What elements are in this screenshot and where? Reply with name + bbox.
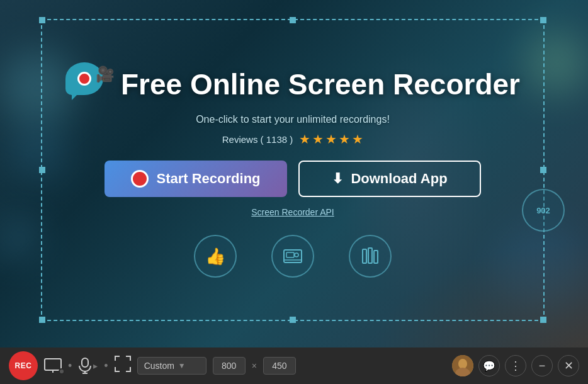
logo-area: 🎥 Free Online Screen Recorder [65, 62, 520, 106]
features-row: 👍 [194, 235, 392, 278]
avatar-image [452, 355, 473, 376]
reviews-row: Reviews ( 1138 ) ★ ★ ★ ★ ★ [222, 132, 364, 147]
start-recording-button[interactable]: Start Recording [105, 161, 287, 197]
separator-dot-2: • [104, 359, 108, 373]
fullscreen-button[interactable] [115, 356, 131, 376]
screen-dropdown-dot [59, 368, 65, 375]
expand-icon [115, 356, 131, 372]
star-rating: ★ ★ ★ ★ ★ [299, 132, 363, 147]
times-symbol: × [252, 361, 257, 371]
partial-number: 902 [536, 206, 550, 215]
chat-button[interactable]: 💬 [478, 355, 500, 376]
recorder-content: 🎥 Free Online Screen Recorder One-click … [42, 20, 543, 320]
svg-point-2 [295, 253, 298, 257]
mic-arrow: ▸ [93, 361, 98, 371]
width-input[interactable] [213, 357, 246, 375]
svg-rect-6 [374, 251, 378, 263]
app-title: Free Online Screen Recorder [121, 70, 520, 99]
bokeh-3 [0, 220, 38, 258]
record-dot-logo [77, 72, 91, 86]
star-4: ★ [339, 132, 350, 147]
screenshot-icon [271, 235, 314, 278]
reviews-label: Reviews ( 1138 ) [222, 134, 293, 145]
close-button[interactable]: ✕ [558, 355, 579, 376]
dropdown-label: Custom [144, 361, 174, 371]
separator-dot-1: • [68, 359, 72, 373]
svg-rect-7 [45, 359, 61, 370]
download-app-button[interactable]: ⬇ Download App [298, 161, 481, 197]
mic-icon [78, 358, 92, 374]
height-input[interactable] [263, 357, 296, 375]
start-recording-label: Start Recording [156, 171, 260, 187]
download-icon: ⬇ [332, 171, 343, 187]
minimize-icon: − [539, 359, 546, 373]
thumbs-up-icon: 👍 [194, 235, 237, 278]
rec-label: REC [15, 361, 32, 370]
more-options-button[interactable]: ⋮ [505, 355, 526, 376]
more-options-icon: ⋮ [510, 359, 522, 373]
partial-circle: 902 [522, 189, 565, 232]
subtitle: One-click to start your unlimited record… [196, 114, 390, 125]
record-icon [131, 170, 149, 188]
mic-select-area[interactable]: ▸ [78, 358, 98, 374]
download-app-label: Download App [351, 171, 447, 187]
logo-icon: 🎥 [65, 62, 110, 106]
star-3: ★ [325, 132, 337, 147]
star-2: ★ [312, 132, 324, 147]
library-icon [349, 235, 392, 278]
star-1: ★ [299, 132, 310, 147]
close-icon: ✕ [564, 359, 574, 373]
api-link[interactable]: Screen Recorder API [251, 207, 334, 217]
user-avatar[interactable] [452, 355, 473, 376]
svg-rect-10 [82, 358, 88, 367]
button-row: Start Recording ⬇ Download App [105, 161, 481, 197]
svg-rect-1 [286, 252, 294, 257]
svg-rect-4 [363, 249, 366, 263]
toolbar-right: 💬 ⋮ − ✕ [452, 355, 579, 376]
star-5: ★ [352, 132, 363, 147]
svg-rect-5 [368, 248, 372, 263]
screen-select-area[interactable] [44, 358, 62, 373]
rec-button[interactable]: REC [9, 351, 38, 380]
toolbar: REC • ▸ • Custom ▼ [0, 347, 588, 384]
recorder-window: 🎥 Free Online Screen Recorder One-click … [41, 19, 545, 321]
chat-icon: 💬 [483, 360, 495, 372]
dropdown-arrow-icon: ▼ [178, 361, 186, 370]
svg-point-14 [458, 359, 467, 369]
minimize-button[interactable]: − [531, 355, 553, 376]
resolution-dropdown[interactable]: Custom ▼ [137, 357, 206, 375]
camera-logo-icon: 🎥 [96, 65, 115, 83]
